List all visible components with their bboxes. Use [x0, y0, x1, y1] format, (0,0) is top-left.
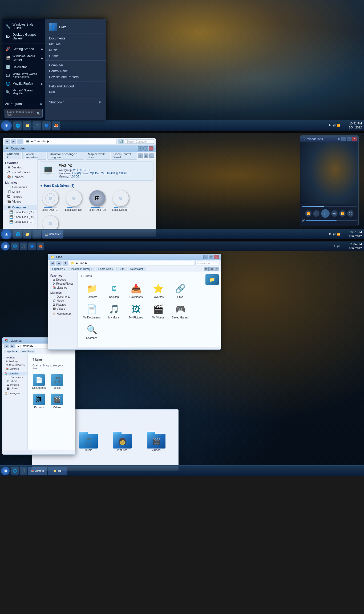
- start-item-firefox[interactable]: 🌐 Mozilla Firefox ▶: [2, 80, 45, 88]
- lib-sidebar-recent[interactable]: ⏱Recent Places: [2, 363, 27, 367]
- view-change-button[interactable]: ⊞: [138, 154, 143, 158]
- preview-button[interactable]: ▤: [144, 154, 148, 158]
- forward-button[interactable]: ▶: [11, 139, 16, 144]
- lib-icon-music[interactable]: 🎵 Music: [49, 373, 65, 390]
- lib-homegroup-item[interactable]: 🏠Homegroup: [2, 391, 27, 395]
- sidebar-item-recent[interactable]: ⏱Recent Places: [3, 170, 37, 175]
- icon-my-documents[interactable]: 📄 My Documents: [82, 302, 102, 320]
- start-search-box[interactable]: Search programs and files 🔍: [5, 109, 43, 118]
- uninstall-button[interactable]: Uninstall or change a program: [47, 152, 84, 160]
- icon-links[interactable]: 🔗 Links: [170, 281, 190, 300]
- lib-organize-btn[interactable]: Organize ▾: [4, 350, 19, 353]
- lib-sidebar-videos[interactable]: 🎬Videos: [2, 387, 27, 390]
- lib-sidebar-libraries-main[interactable]: 📚Libraries: [2, 372, 27, 375]
- back-button[interactable]: ◀: [5, 139, 10, 144]
- fiaz-search[interactable]: Search Fiaz...: [195, 261, 219, 265]
- icon-my-pictures[interactable]: 🖼 My Pictures: [126, 302, 146, 320]
- help-icon-button[interactable]: ?: [149, 154, 154, 158]
- start-button[interactable]: ⊞: [1, 120, 12, 131]
- repeat-button[interactable]: 🔁: [339, 210, 346, 217]
- pause-button[interactable]: ⏸: [321, 209, 330, 218]
- sidebar-item-c[interactable]: 💾Local Disk (C:): [3, 210, 37, 215]
- start-item-media-center[interactable]: 🎬 Windows Media Center ▶: [2, 53, 45, 63]
- next-button[interactable]: ⏭: [331, 210, 338, 217]
- taskbar3-icon-app[interactable]: 🔵: [28, 243, 36, 250]
- lib-icon-docs[interactable]: 📄 Documents: [31, 373, 47, 390]
- lib-sidebar-pictures[interactable]: 🖼Pictures: [2, 383, 27, 387]
- sidebar-item-documents[interactable]: 📄Documents: [3, 185, 37, 189]
- taskbar3-icon-firefox[interactable]: 🦊: [37, 243, 44, 250]
- media-progress-bar[interactable]: [302, 206, 357, 207]
- taskbar-icon-explorer[interactable]: 📁: [23, 121, 31, 130]
- drive-c[interactable]: Local Disk (C:): [40, 189, 61, 212]
- minimize-button[interactable]: ─: [138, 146, 143, 151]
- fiaz-burn-btn[interactable]: Burn: [116, 267, 127, 271]
- close-button[interactable]: ✕: [149, 146, 153, 151]
- drive-e[interactable]: ⊞ Local Disk (E:): [87, 189, 108, 212]
- lib-icon-videos[interactable]: 🎬 Videos: [49, 393, 65, 410]
- icon-favorites[interactable]: ⭐ Favorites: [148, 281, 168, 300]
- fiaz-help-btn[interactable]: ?: [215, 267, 219, 271]
- fiaz-sidebar-recent[interactable]: ⏱Recent Places: [48, 282, 77, 286]
- sidebar-item-videos[interactable]: 🎬Videos: [3, 199, 37, 204]
- taskbar3b-icon-libs[interactable]: 📚 Libraries: [28, 467, 47, 475]
- lib-sidebar-docs[interactable]: 📄Documents: [2, 375, 27, 379]
- all-programs-button[interactable]: All Programs »: [2, 100, 45, 108]
- start-item-gadget-gallery[interactable]: 🖼 Desktop Gadget Gallery: [2, 31, 45, 42]
- taskbar3b-icon-ie[interactable]: 🌐: [11, 467, 19, 475]
- lib-sidebar-music[interactable]: 🎵Music: [2, 379, 27, 383]
- right-item-devices-printers[interactable]: Devices and Printers: [45, 74, 106, 80]
- shuffle-button[interactable]: 🔀: [305, 210, 312, 217]
- taskbar2-icon-explorer[interactable]: 📁: [23, 230, 31, 239]
- drive-d[interactable]: Local Disk (D:): [63, 189, 84, 212]
- taskbar3b-icon-fiaz[interactable]: 📁 Fiaz: [48, 467, 67, 475]
- icon-my-videos[interactable]: 🎬 My Videos: [148, 302, 168, 320]
- taskbar2-icon-media[interactable]: 🎵: [33, 230, 41, 239]
- lib-back-btn[interactable]: ◀: [4, 344, 9, 348]
- right-item-documents[interactable]: Documents: [45, 35, 106, 41]
- fiaz-share-btn[interactable]: Share with ▾: [96, 267, 115, 271]
- large-icon-music[interactable]: 🎵 Music: [76, 426, 101, 454]
- fiaz-view-btn[interactable]: ⊞: [204, 267, 209, 271]
- open-control-panel-button[interactable]: Open Control Panel: [111, 152, 137, 160]
- right-item-games[interactable]: Games: [45, 53, 106, 59]
- fiaz-preview-btn[interactable]: ▤: [209, 267, 214, 271]
- media-maximize-button[interactable]: □: [347, 137, 351, 141]
- right-item-music[interactable]: Music: [45, 47, 106, 53]
- map-network-button[interactable]: Map network drive: [86, 152, 110, 160]
- right-item-pictures[interactable]: Pictures: [45, 41, 106, 47]
- sidebar-item-music[interactable]: 🎵Music: [3, 189, 37, 194]
- fiaz-forward-btn[interactable]: ▶: [56, 261, 62, 266]
- lib-sidebar-libraries[interactable]: 📚Libraries: [2, 367, 27, 371]
- taskbar3b-icon-media[interactable]: 🎵: [20, 467, 27, 475]
- lib-sidebar-desktop[interactable]: 🖥Desktop: [2, 359, 27, 363]
- right-item-help[interactable]: Help and Support: [45, 83, 106, 89]
- organize-button[interactable]: Organize ▾: [5, 151, 21, 160]
- refresh-button[interactable]: 🔄: [118, 139, 124, 144]
- volume-icon-2[interactable]: 🔊: [333, 233, 336, 236]
- sidebar-item-e[interactable]: 💾Local Disk (E:): [3, 219, 37, 224]
- taskbar3-icon-media[interactable]: 🎵: [20, 243, 27, 250]
- volume-icon[interactable]: 🔊: [333, 124, 336, 127]
- drive-f[interactable]: Local Disk (F:): [110, 189, 131, 212]
- taskbar2-computer-window[interactable]: 💻 Computer: [42, 230, 63, 239]
- lib-forward-btn[interactable]: ▶: [10, 344, 15, 348]
- start-button-3[interactable]: ⊞: [1, 242, 10, 251]
- fiaz-maximize-btn[interactable]: □: [209, 255, 213, 259]
- right-item-run[interactable]: Run...: [45, 89, 106, 95]
- icon-searches[interactable]: 🔍 Searches: [82, 322, 102, 341]
- right-item-computer[interactable]: Computer: [45, 62, 106, 68]
- icon-downloads[interactable]: 📥 Downloads: [126, 281, 146, 300]
- fiaz-back-btn[interactable]: ◀: [50, 261, 55, 266]
- address-bar[interactable]: 💻 ▶ Computer ▶: [24, 139, 117, 144]
- large-icon-pictures[interactable]: 👩 Pictures: [110, 426, 135, 454]
- taskbar3-icon-ie[interactable]: 🌐: [11, 243, 19, 250]
- taskbar-icon-app2[interactable]: 🦊: [52, 121, 60, 130]
- media-minimize-button[interactable]: ─: [341, 137, 346, 141]
- prev-button[interactable]: ⏮: [313, 210, 319, 217]
- fiaz-up-btn[interactable]: ⬆: [63, 261, 68, 266]
- start-item-magnifier[interactable]: 🔍 Microsoft Screen Magnifier: [2, 88, 45, 96]
- start-item-style-builder[interactable]: 🔧 Windows Style Builder: [2, 21, 45, 31]
- maximize-button[interactable]: □: [143, 146, 148, 151]
- sidebar-item-libraries[interactable]: 📚Libraries: [3, 175, 37, 179]
